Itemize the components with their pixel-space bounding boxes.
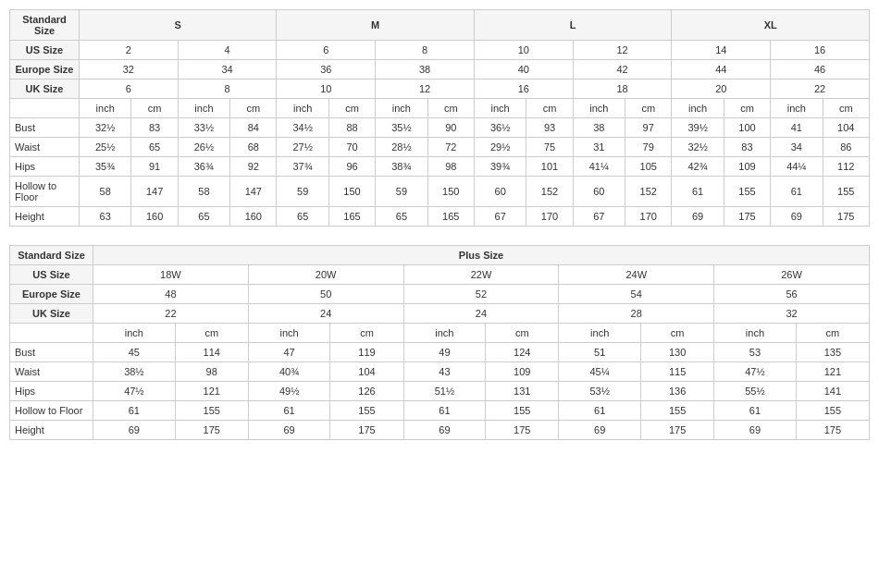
uk-size-6: 6 [80,80,179,99]
xl-header: XL [672,10,870,41]
hollow-to-floor-label: Hollow to Floor [10,177,80,207]
waist-label: Waist [10,138,80,157]
height-val-8: 67 [474,207,526,227]
plus-htf-7: 155 [641,401,714,421]
plus-height-label: Height [10,421,93,440]
plus-height-3: 175 [330,421,403,440]
hips-val-4: 37¾ [277,157,328,177]
plus-htf-8: 61 [714,401,797,421]
hips-val-12: 42¾ [672,157,724,177]
bust-val-9: 93 [526,118,573,138]
bust-row: Bust 32½ 83 33½ 84 34½ 88 35½ 90 36½ 93 … [10,118,870,138]
plus-unit-inch-5: inch [714,324,797,343]
unit-inch-4: inch [376,99,427,118]
us-size-12: 12 [573,41,672,60]
plus-europe-size-label: Europe Size [10,285,93,304]
s-header: S [80,10,277,41]
unit-cm-8: cm [823,99,869,118]
plus-waist-7: 115 [641,362,714,382]
unit-inch-2: inch [178,99,229,118]
us-size-8: 8 [376,41,475,60]
height-val-0: 63 [80,207,131,227]
unit-cm-7: cm [724,99,770,118]
hips-val-8: 39¾ [474,157,526,177]
unit-inch-7: inch [672,99,724,118]
plus-uk-24b: 24 [403,304,559,324]
plus-height-1: 175 [175,421,248,440]
europe-size-label: Europe Size [10,60,80,80]
plus-height-9: 175 [796,421,869,440]
hips-val-5: 96 [328,157,375,177]
plus-hips-5: 131 [486,382,559,401]
plus-htf-0: 61 [93,401,176,421]
bust-val-8: 36½ [474,118,526,138]
bust-val-10: 38 [573,118,625,138]
plus-unit-inch-3: inch [403,324,486,343]
plus-htf-4: 61 [403,401,486,421]
plus-waist-0: 38½ [93,362,176,382]
plus-unit-cm-2: cm [330,324,403,343]
unit-inch-6: inch [573,99,625,118]
htf-val-3: 147 [230,177,277,207]
plus-bust-3: 119 [330,343,403,362]
height-val-11: 170 [625,207,672,227]
plus-height-5: 175 [486,421,559,440]
bust-val-11: 97 [625,118,672,138]
plus-bust-2: 47 [248,343,330,362]
unit-inch-5: inch [474,99,526,118]
waist-val-10: 31 [573,138,625,157]
unit-cm-3: cm [328,99,375,118]
europe-size-44: 44 [672,60,771,80]
hips-val-7: 98 [427,157,474,177]
plus-height-7: 175 [641,421,714,440]
plus-size-table: Standard Size Plus Size US Size 18W 20W … [9,245,870,440]
plus-bust-1: 114 [175,343,248,362]
waist-val-5: 70 [328,138,375,157]
hips-val-14: 44¼ [771,157,823,177]
waist-val-12: 32½ [672,138,724,157]
bust-val-4: 34½ [277,118,328,138]
unit-cm-6: cm [625,99,672,118]
hips-val-0: 35¾ [80,157,131,177]
hips-val-3: 92 [230,157,277,177]
europe-size-34: 34 [178,60,277,80]
europe-size-36: 36 [277,60,376,80]
us-size-6: 6 [277,41,376,60]
plus-waist-9: 121 [796,362,869,382]
waist-val-2: 26½ [178,138,229,157]
plus-hollow-to-floor-label: Hollow to Floor [10,401,93,421]
plus-uk-size-label: UK Size [10,304,93,324]
plus-hips-4: 51½ [403,382,486,401]
htf-val-8: 60 [474,177,526,207]
hips-row: Hips 35¾ 91 36¾ 92 37¾ 96 38¾ 98 39¾ 101… [10,157,870,177]
plus-unit-inch-1: inch [93,324,176,343]
height-val-2: 65 [178,207,229,227]
waist-val-3: 68 [230,138,277,157]
plus-bust-row: Bust 45 114 47 119 49 124 51 130 53 135 [10,343,870,362]
unit-inch-3: inch [277,99,328,118]
hips-val-1: 91 [131,157,178,177]
hips-val-11: 105 [625,157,672,177]
waist-row: Waist 25½ 65 26½ 68 27½ 70 28½ 72 29½ 75… [10,138,870,157]
height-val-15: 175 [823,207,869,227]
plus-height-8: 69 [714,421,797,440]
uk-size-22: 22 [771,80,870,99]
plus-height-row: Height 69 175 69 175 69 175 69 175 69 17… [10,421,870,440]
unit-cm-2: cm [230,99,277,118]
plus-size-header: Plus Size [93,246,870,265]
plus-waist-4: 43 [403,362,486,382]
uk-size-8: 8 [178,80,277,99]
plus-waist-3: 104 [330,362,403,382]
plus-europe-52: 52 [403,285,559,304]
height-val-13: 175 [724,207,770,227]
uk-size-18: 18 [573,80,672,99]
standard-size-table: Standard Size S M L XL US Size 2 4 6 8 1… [9,9,870,227]
plus-htf-6: 61 [559,401,641,421]
height-val-1: 160 [131,207,178,227]
htf-val-11: 152 [625,177,672,207]
plus-europe-56: 56 [714,285,870,304]
htf-val-0: 58 [80,177,131,207]
plus-bust-5: 124 [486,343,559,362]
height-val-9: 170 [526,207,573,227]
bust-val-6: 35½ [376,118,427,138]
